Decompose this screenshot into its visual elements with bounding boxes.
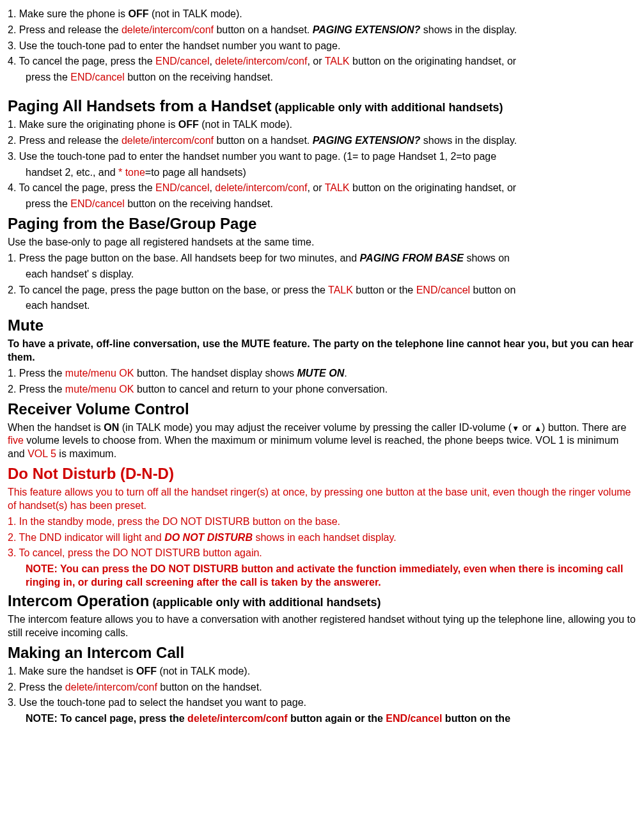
up-arrow-icon: ▲ bbox=[534, 424, 542, 433]
btn-delete: delete/intercom/conf bbox=[215, 182, 307, 193]
paren: (applicable only with additional handset… bbox=[272, 101, 503, 114]
t: Receiver Volume Control bbox=[8, 400, 189, 418]
intercom-intro: The intercom feature allows you to have … bbox=[8, 613, 636, 640]
t: Paging All Handsets from a Handset bbox=[8, 97, 272, 114]
down-arrow-icon: ▼ bbox=[512, 424, 519, 433]
t: button. The handset display shows bbox=[134, 368, 297, 379]
t: Use the base-only to page all registered… bbox=[8, 237, 314, 247]
t: each handset. bbox=[26, 300, 90, 311]
dnd-label: DO NOT DISTURB bbox=[164, 532, 253, 543]
t: 2. Press and release the bbox=[8, 135, 122, 146]
heading-dnd: Do Not Disturb (D-N-D) bbox=[8, 464, 636, 483]
paging-ext: PAGING EXTENSION? bbox=[313, 135, 421, 146]
step-2: 2. Press the mute/menu OK button to canc… bbox=[8, 383, 636, 396]
t: press the bbox=[26, 198, 70, 209]
paging-ext: PAGING EXTENSION? bbox=[313, 24, 421, 35]
t: Making an Intercom Call bbox=[8, 644, 184, 661]
t: NOTE: You can press the DO NOT DISTURB b… bbox=[26, 563, 623, 588]
t: (not in TALK mode). bbox=[149, 8, 242, 19]
t: button on a handset. bbox=[214, 24, 313, 35]
btn-talk: TALK bbox=[325, 182, 350, 193]
btn-talk: TALK bbox=[328, 285, 353, 295]
t: 1. Make sure the handset is bbox=[8, 666, 136, 676]
t: 3. Use the touch-tone pad to enter the h… bbox=[8, 40, 340, 51]
t: NOTE: To cancel page, press the bbox=[26, 713, 187, 724]
t: 3. Use the touch-tone pad to enter the h… bbox=[8, 151, 496, 162]
step-4: 4. To cancel the page, press the END/can… bbox=[8, 55, 636, 68]
step-1: 1. Make sure the originating phone is OF… bbox=[8, 118, 636, 132]
vol5: VOL 5 bbox=[27, 448, 56, 459]
t: Paging from the Base/Group Page bbox=[8, 215, 256, 232]
off: OFF bbox=[129, 8, 149, 19]
step-4-cont: press the END/cancel button on the recei… bbox=[26, 198, 636, 211]
t: 3. Use the touch-tone pad to select the … bbox=[8, 697, 306, 708]
t: , or bbox=[307, 182, 324, 193]
t: button on the handset. bbox=[157, 682, 262, 692]
mute-on: MUTE ON bbox=[297, 368, 344, 379]
t: (not in TALK mode). bbox=[199, 119, 292, 130]
heading-intercom: Intercom Operation (applicable only with… bbox=[8, 591, 636, 611]
step-1: 1. Make sure the handset is OFF (not in … bbox=[8, 665, 636, 678]
intercom-note: NOTE: To cancel page, press the delete/i… bbox=[26, 712, 636, 726]
step-1: 1. Press the page button on the base. Al… bbox=[8, 252, 636, 265]
t: 2. The DND indicator will light and bbox=[8, 532, 164, 543]
step-1-cont: each handset' s display. bbox=[26, 268, 636, 281]
t: button or the bbox=[353, 285, 416, 295]
btn-delete: delete/intercom/conf bbox=[215, 56, 307, 66]
t: each handset' s display. bbox=[26, 269, 134, 279]
paging-from-base: PAGING FROM BASE bbox=[360, 253, 464, 263]
step-1: 1. Press the mute/menu OK button. The ha… bbox=[8, 367, 636, 380]
dnd-note: NOTE: You can press the DO NOT DISTURB b… bbox=[26, 563, 636, 590]
t: 1. Press the bbox=[8, 368, 65, 379]
t: (in TALK mode) you may adjust the receiv… bbox=[119, 422, 512, 433]
t: shows on bbox=[464, 253, 510, 263]
t: 2. Press and release the bbox=[8, 24, 122, 35]
star-tone: * tone bbox=[118, 167, 145, 178]
step-2: 2. Press and release the delete/intercom… bbox=[8, 24, 636, 37]
heading-mute: Mute bbox=[8, 315, 636, 335]
five: five bbox=[8, 435, 24, 446]
heading-make-intercom: Making an Intercom Call bbox=[8, 643, 636, 662]
t: 1. In the standby mode, press the DO NOT… bbox=[8, 516, 340, 527]
t: button on the originating handset, or bbox=[350, 182, 517, 193]
btn-end: END/cancel bbox=[386, 713, 442, 724]
t: 4. To cancel the page, press the bbox=[8, 56, 155, 66]
step-2: 2. To cancel the page, press the page bu… bbox=[8, 284, 636, 297]
t: button on the originating handset, or bbox=[350, 56, 517, 66]
heading-receiver-volume: Receiver Volume Control bbox=[8, 399, 636, 419]
t: button to cancel and return to your phon… bbox=[134, 384, 388, 395]
t: , bbox=[209, 56, 215, 66]
t: Do Not Disturb (D-N-D) bbox=[8, 465, 174, 482]
step-3: 3. Use the touch-tone pad to enter the h… bbox=[8, 40, 636, 53]
t: button on a handset. bbox=[214, 135, 313, 146]
step-4-cont: press the END/cancel button on the recei… bbox=[26, 71, 636, 84]
mute-intro: To have a private, off-line conversation… bbox=[8, 338, 636, 364]
step-2: 2. Press and release the delete/intercom… bbox=[8, 134, 636, 148]
step-3-cont: handset 2, etc., and * tone=to page all … bbox=[26, 166, 636, 180]
intro: Use the base-only to page all registered… bbox=[8, 236, 636, 249]
t: , bbox=[209, 182, 215, 193]
step-2-cont: each handset. bbox=[26, 299, 636, 313]
step-2: 2. The DND indicator will light and DO N… bbox=[8, 531, 636, 545]
t: ) button. There are bbox=[542, 422, 626, 433]
t: is maximum. bbox=[56, 448, 116, 459]
t: shows in the display. bbox=[420, 135, 517, 146]
heading-paging-base: Paging from the Base/Group Page bbox=[8, 214, 636, 233]
btn-end: END/cancel bbox=[70, 198, 124, 209]
t: press the bbox=[26, 72, 70, 82]
t: When the handset is bbox=[8, 422, 104, 433]
t: Mute bbox=[8, 317, 43, 334]
t: 1. Make sure the phone is bbox=[8, 8, 129, 19]
t: This feature allows you to turn off all … bbox=[8, 487, 631, 511]
t: button on bbox=[470, 285, 515, 295]
btn-end: END/cancel bbox=[155, 56, 209, 66]
t: 2. To cancel the page, press the page bu… bbox=[8, 285, 328, 295]
off: OFF bbox=[136, 666, 157, 676]
t: (not in TALK mode). bbox=[157, 666, 250, 676]
t: =to page all handsets) bbox=[145, 167, 246, 178]
t: or bbox=[519, 422, 534, 433]
heading-paging-all: Paging All Handsets from a Handset (appl… bbox=[8, 96, 636, 116]
step-3: 3. To cancel, press the DO NOT DISTURB b… bbox=[8, 547, 636, 560]
t: Intercom Operation bbox=[8, 592, 149, 609]
t: 2. Press the bbox=[8, 384, 65, 395]
